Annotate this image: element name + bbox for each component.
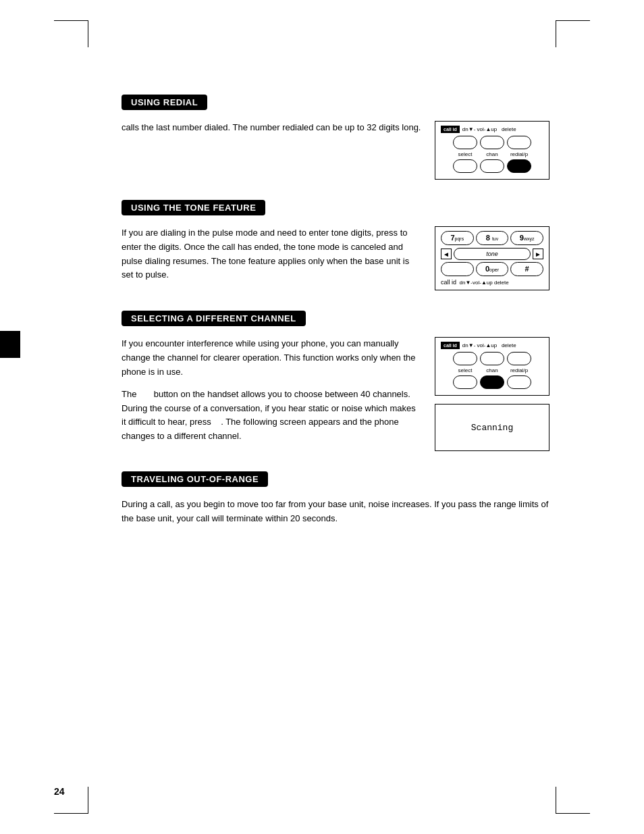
channel-btn-b1 xyxy=(453,375,477,389)
panel-btn-labels: select chan redial/p xyxy=(441,151,543,157)
key-8-num: 8 tuv xyxy=(479,234,506,242)
arrow-right-btn: ► xyxy=(533,249,543,259)
main-content: USING REDIAL calls the last number diale… xyxy=(122,95,549,526)
key-hash-num: # xyxy=(514,265,540,273)
redial-text: calls the last number dialed. The number… xyxy=(122,122,421,132)
call-id-label: call id xyxy=(441,126,460,133)
scanning-display: Scanning xyxy=(435,404,549,451)
section-text-redial: calls the last number dialed. The number… xyxy=(122,121,421,135)
section-heading-channel: SELECTING A DIFFERENT CHANNEL xyxy=(122,311,306,326)
section-using-redial: USING REDIAL calls the last number diale… xyxy=(122,95,549,180)
redial-panel-image: call id dn▼- vol-▲up delete select chan … xyxy=(435,121,549,180)
key-hash: # xyxy=(510,262,543,276)
redial-phone-panel: call id dn▼- vol-▲up delete select chan … xyxy=(435,121,549,180)
section-marker xyxy=(0,331,20,358)
section-channel: SELECTING A DIFFERENT CHANNEL If you enc… xyxy=(122,311,549,451)
label-select: select xyxy=(453,151,477,157)
tone-panel-image: 7pqrs 8 tuv 9wxyz ◄ tone xyxy=(435,226,549,290)
channel-btn-b2-filled xyxy=(480,375,504,389)
corner-mark xyxy=(54,813,88,814)
label-redialp: redial/p xyxy=(507,151,531,157)
tone-keypad: 7pqrs 8 tuv 9wxyz xyxy=(441,231,543,245)
section-tone-feature: USING THE TONE FEATURE If you are dialin… xyxy=(122,200,549,290)
tone-label-key: tone xyxy=(454,248,531,260)
btn-redial xyxy=(507,136,531,149)
channel-top-labels: dn▼- vol-▲up delete xyxy=(462,342,516,348)
btn-select xyxy=(453,136,477,149)
tone-call-id: call id xyxy=(441,279,456,286)
page-number: 24 xyxy=(54,786,65,797)
channel-label-select: select xyxy=(453,367,477,373)
tone-text: If you are dialing in the pulse mode and… xyxy=(122,226,421,282)
btn-b1 xyxy=(453,159,477,173)
channel-call-id: call id xyxy=(441,342,460,349)
tone-bottom-bar: call id dn▼-vol-▲up delete xyxy=(441,279,543,286)
traveling-text: During a call, as you begin to move too … xyxy=(122,498,549,526)
key-8: 8 tuv xyxy=(476,231,509,245)
section-text-traveling: During a call, as you begin to move too … xyxy=(122,498,549,526)
channel-btn-row-top xyxy=(441,352,543,365)
key-9-num: 9wxyz xyxy=(514,234,540,242)
corner-mark xyxy=(556,20,556,47)
btn-chan xyxy=(480,136,504,149)
channel-panel-top: call id dn▼- vol-▲up delete xyxy=(441,342,543,349)
btn-b2 xyxy=(480,159,504,173)
key-7: 7pqrs xyxy=(441,231,474,245)
channel-btn-labels: select chan redial/p xyxy=(441,367,543,373)
tone-bottom-keys: 0oper # xyxy=(441,262,543,276)
tone-phone-panel: 7pqrs 8 tuv 9wxyz ◄ tone xyxy=(435,226,549,290)
corner-mark xyxy=(556,20,590,21)
btn-b3-filled xyxy=(507,159,531,173)
panel-btn-row-top xyxy=(441,136,543,149)
key-0-num: 0oper xyxy=(479,265,506,273)
section-heading-traveling: TRAVELING OUT-OF-RANGE xyxy=(122,471,268,487)
section-body-channel: If you encounter interference while usin… xyxy=(122,337,549,451)
section-body-tone: If you are dialing in the pulse mode and… xyxy=(122,226,549,290)
section-traveling: TRAVELING OUT-OF-RANGE During a call, as… xyxy=(122,471,549,526)
corner-mark xyxy=(54,20,88,21)
channel-label-chan: chan xyxy=(480,367,504,373)
panel-top-labels: dn▼- vol-▲up delete xyxy=(462,126,516,132)
channel-btn-b3 xyxy=(507,375,531,389)
corner-mark xyxy=(88,787,88,814)
channel-phone-panel: call id dn▼- vol-▲up delete select chan … xyxy=(435,337,549,396)
panel-btn-row-bottom xyxy=(441,159,543,173)
tone-vol-labels: dn▼-vol-▲up delete xyxy=(460,280,509,286)
section-text-tone: If you are dialing in the pulse mode and… xyxy=(122,226,421,282)
section-text-channel: If you encounter interference while usin… xyxy=(122,337,421,444)
tone-middle-row: ◄ tone ► xyxy=(441,248,543,260)
channel-btn-2 xyxy=(480,352,504,365)
panel-top-row: call id dn▼- vol-▲up delete xyxy=(441,126,543,133)
corner-mark xyxy=(556,813,590,814)
arrow-left-btn: ◄ xyxy=(441,249,452,259)
key-0-oper: 0oper xyxy=(476,262,509,276)
key-empty-left xyxy=(441,262,474,276)
section-heading-redial: USING REDIAL xyxy=(122,95,207,110)
channel-text-1: If you encounter interference while usin… xyxy=(122,337,421,379)
section-body-redial: calls the last number dialed. The number… xyxy=(122,121,549,180)
scanning-text: Scanning xyxy=(471,423,513,433)
channel-btn-3 xyxy=(507,352,531,365)
section-heading-tone: USING THE TONE FEATURE xyxy=(122,200,265,215)
page: 24 USING REDIAL calls the last number di… xyxy=(0,0,644,834)
key-7-num: 7pqrs xyxy=(444,234,471,242)
channel-btn-1 xyxy=(453,352,477,365)
key-9: 9wxyz xyxy=(510,231,543,245)
channel-btn-row-bottom xyxy=(441,375,543,389)
label-chan: chan xyxy=(480,151,504,157)
corner-mark xyxy=(556,787,556,814)
channel-images: call id dn▼- vol-▲up delete select chan … xyxy=(435,337,549,451)
corner-mark xyxy=(88,20,88,47)
channel-label-redialp: redial/p xyxy=(507,367,531,373)
channel-text-2: The button on the handset allows you to … xyxy=(122,388,421,444)
